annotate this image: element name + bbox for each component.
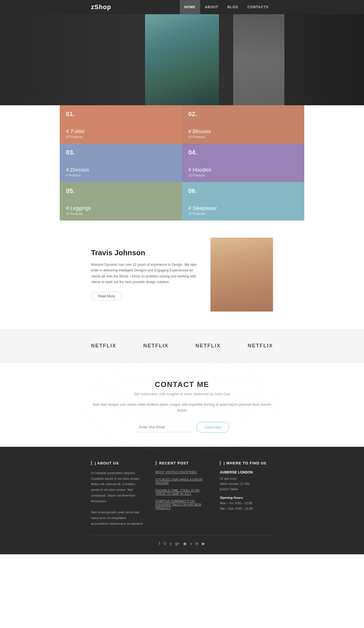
nav-home[interactable]: HOME bbox=[180, 0, 200, 14]
footer-post-link-2[interactable]: 5 PLACES THAT MAKE A GREAT HOLIDAY bbox=[156, 478, 209, 485]
contact-form: Subscribe bbox=[91, 422, 273, 433]
social-link1-icon[interactable]: ◉ bbox=[183, 541, 187, 546]
about-description: Massive Dynamic has over 10 years of exp… bbox=[91, 262, 199, 285]
footer-about-col: | ABOUT US Ut volutpat consectetur aliqu… bbox=[91, 461, 144, 527]
footer-bottom: f © y g+ ◉ v in ▶ bbox=[91, 535, 273, 546]
footer-post-link-1[interactable]: MOST VISITED COUNTRIES bbox=[156, 470, 209, 474]
cat-num-5: 05. bbox=[66, 187, 176, 195]
hero-side-image bbox=[233, 14, 284, 105]
social-linkedin-icon[interactable]: in bbox=[195, 541, 198, 546]
brand-1[interactable]: NETFLIX bbox=[91, 343, 116, 349]
cat-num-4: 04. bbox=[188, 149, 298, 156]
footer: | ABOUT US Ut volutpat consectetur aliqu… bbox=[0, 447, 364, 554]
contact-subtitle: Get subscriber only insights & news deli… bbox=[91, 392, 273, 396]
cat-num-1: 01. bbox=[66, 110, 176, 118]
email-input[interactable] bbox=[135, 422, 192, 432]
contact-section: CONTACT ME Get subscriber only insights … bbox=[0, 363, 364, 447]
nav-blog[interactable]: BLOG bbox=[223, 0, 243, 14]
category-sleepwear[interactable]: 06. # Sleepwear 10 Products bbox=[182, 182, 304, 221]
footer-post-link-4[interactable]: STARTUP COMPANY'S CO-FOUNDER TALKS ON HI… bbox=[156, 499, 209, 510]
subscribe-button[interactable]: Subscribe bbox=[196, 422, 229, 433]
brand-2[interactable]: NETFLIX bbox=[143, 343, 169, 349]
social-youtube-icon[interactable]: ▶ bbox=[202, 541, 205, 546]
footer-location: AUBERGE LONDON bbox=[220, 470, 273, 474]
cat-num-3: 03. bbox=[66, 149, 176, 156]
category-tshirt[interactable]: 01. # T-shirt 25 Products bbox=[60, 105, 182, 144]
nav-about[interactable]: ABOUT bbox=[200, 0, 223, 14]
social-google-icon[interactable]: g+ bbox=[175, 541, 180, 546]
categories-section: 01. # T-shirt 25 Products 02. # Blouses … bbox=[0, 105, 364, 221]
cat-num-6: 06. bbox=[188, 187, 298, 195]
category-blouses[interactable]: 02. # Blouses 13 Products bbox=[182, 105, 304, 144]
category-hoodies[interactable]: 04. # Hoodies 15 Products bbox=[182, 144, 304, 182]
footer-grid: | ABOUT US Ut volutpat consectetur aliqu… bbox=[91, 461, 273, 527]
hero-section bbox=[0, 14, 364, 105]
footer-post-1: MOST VISITED COUNTRIES bbox=[156, 470, 209, 474]
header: zShop HOME ABOUT BLOG CONTACTS bbox=[0, 0, 364, 14]
social-facebook-icon[interactable]: f bbox=[159, 541, 160, 546]
footer-post-3: FLEXIBLE TIME: STEEL IS ON TRACK TO SHIP… bbox=[156, 489, 209, 495]
main-nav: HOME ABOUT BLOG CONTACTS bbox=[180, 0, 273, 14]
category-dresses[interactable]: 03. # Dresses 8 Products bbox=[60, 144, 182, 182]
footer-about-title: | ABOUT US bbox=[91, 461, 144, 465]
categories-grid: 01. # T-shirt 25 Products 02. # Blouses … bbox=[60, 105, 304, 221]
footer-find-title: | WHERE TO FIND US bbox=[220, 461, 273, 465]
footer-address: Ut wisi enimAitrim veniarn 12 345Exercl … bbox=[220, 476, 273, 492]
footer-recent-col: RECENT POST MOST VISITED COUNTRIES 5 PLA… bbox=[156, 461, 209, 527]
footer-find-col: | WHERE TO FIND US AUBERGE LONDON Ut wis… bbox=[220, 461, 273, 527]
about-title: Travis Johnson bbox=[91, 248, 199, 257]
footer-post-link-3[interactable]: FLEXIBLE TIME: STEEL IS ON TRACK TO SHIP… bbox=[156, 489, 209, 495]
about-section: Travis Johnson Massive Dynamic has over … bbox=[0, 221, 364, 329]
about-model-image bbox=[210, 238, 273, 312]
footer-recent-title: RECENT POST bbox=[156, 461, 209, 465]
contact-description: Nam liber tempor cum soluta nobis eleife… bbox=[91, 402, 273, 413]
footer-hours-title: Opening Hours: bbox=[220, 496, 273, 499]
logo[interactable]: zShop bbox=[91, 3, 111, 11]
nav-contacts[interactable]: CONTACTS bbox=[243, 0, 273, 14]
read-more-button[interactable]: Read More bbox=[91, 292, 122, 301]
footer-about-text: Ut volutpat consectetur aliquam. Curabit… bbox=[91, 470, 144, 527]
brand-3[interactable]: NETFLIX bbox=[195, 343, 221, 349]
contact-title: CONTACT ME bbox=[91, 380, 273, 389]
footer-post-4: STARTUP COMPANY'S CO-FOUNDER TALKS ON HI… bbox=[156, 499, 209, 510]
cat-num-2: 02. bbox=[188, 110, 298, 118]
category-leggings[interactable]: 05. # Leggings 15 Products bbox=[60, 182, 182, 221]
about-text: Travis Johnson Massive Dynamic has over … bbox=[91, 248, 199, 301]
brand-4[interactable]: NETFLIX bbox=[248, 343, 273, 349]
footer-hours: Mon – Fri: 9:00 – 21:00Sat – Sun: 9:00 –… bbox=[220, 501, 273, 511]
footer-post-2: 5 PLACES THAT MAKE A GREAT HOLIDAY bbox=[156, 478, 209, 485]
social-vimeo-icon[interactable]: v bbox=[190, 541, 192, 546]
hero-model-image bbox=[145, 14, 219, 105]
social-twitter-icon[interactable]: y bbox=[170, 541, 172, 546]
social-instagram-icon[interactable]: © bbox=[164, 541, 166, 546]
